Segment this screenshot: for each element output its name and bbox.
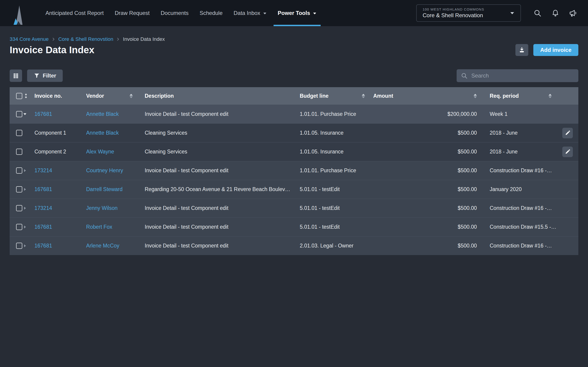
logo-icon[interactable] xyxy=(13,5,25,25)
unfold-icon[interactable] xyxy=(23,93,29,99)
nav-item-anticipated-cost-report[interactable]: Anticipated Cost Report xyxy=(40,0,109,26)
caret-right-icon[interactable] xyxy=(23,244,27,248)
row-expand-cell xyxy=(23,225,35,229)
nav-item-documents[interactable]: Documents xyxy=(155,0,194,26)
nav-item-draw-request[interactable]: Draw Request xyxy=(109,0,155,26)
filter-button[interactable]: Filter xyxy=(27,69,63,82)
nav-item-schedule[interactable]: Schedule xyxy=(194,0,228,26)
filter-button-label: Filter xyxy=(43,73,56,79)
vendor-link[interactable]: Darrell Steward xyxy=(86,186,123,192)
bell-icon[interactable] xyxy=(551,8,560,18)
invoice-no-link[interactable]: 173214 xyxy=(35,167,52,173)
caret-right-icon[interactable] xyxy=(23,206,27,210)
table-row: 167681Darrell StewardRegarding 20-50 Oce… xyxy=(10,180,578,199)
row-expand-cell xyxy=(23,112,35,116)
caret-right-icon[interactable] xyxy=(23,187,27,191)
project-selector[interactable]: 100 WEST HIGHLAND COMMONS Core & Shell R… xyxy=(416,4,521,22)
description-cell: Cleaning Services xyxy=(145,149,300,155)
row-checkbox[interactable] xyxy=(16,205,22,211)
nav-item-label: Anticipated Cost Report xyxy=(45,10,104,16)
row-checkbox[interactable] xyxy=(16,243,22,249)
table-search xyxy=(457,69,578,82)
row-checkbox[interactable] xyxy=(16,186,22,192)
nav-item-data-inbox[interactable]: Data Inbox xyxy=(228,0,272,26)
sort-icon[interactable] xyxy=(474,94,477,98)
search-icon[interactable] xyxy=(533,8,542,18)
header-budget-line[interactable]: Budget line xyxy=(300,93,373,99)
chevron-down-icon xyxy=(510,11,515,15)
req-period-value: January 2020 xyxy=(490,186,522,192)
header-description: Description xyxy=(145,93,300,99)
row-checkbox[interactable] xyxy=(16,111,22,117)
sort-icon[interactable] xyxy=(548,94,552,98)
caret-right-icon[interactable] xyxy=(23,225,27,229)
invoice-no-link[interactable]: 167681 xyxy=(35,186,52,192)
chevron-down-icon xyxy=(263,12,267,15)
title-row: Invoice Data Index Add invoice xyxy=(10,44,578,56)
invoice-no-cell: 167681 xyxy=(35,186,86,192)
add-invoice-button[interactable]: Add invoice xyxy=(533,44,578,56)
row-checkbox[interactable] xyxy=(16,149,22,155)
header-req-period[interactable]: Req. period xyxy=(480,93,556,99)
filter-icon xyxy=(34,73,40,79)
invoice-no-link[interactable]: 173214 xyxy=(35,205,52,211)
search-icon xyxy=(461,72,468,79)
columns-button[interactable] xyxy=(10,69,22,82)
select-all-checkbox[interactable] xyxy=(16,93,22,99)
req-period-cell: Construction Draw #15.5 -… xyxy=(480,224,556,230)
vendor-link[interactable]: Courtney Henry xyxy=(86,167,123,174)
vendor-link[interactable]: Annette Black xyxy=(86,130,119,136)
row-checkbox-cell xyxy=(10,111,23,117)
vendor-cell: Annette Black xyxy=(86,111,145,117)
toolbar: Filter xyxy=(10,69,578,82)
req-period-value: Week 1 xyxy=(490,111,508,117)
amount-cell: $500.00 xyxy=(373,224,480,230)
amount-cell: $500.00 xyxy=(373,186,480,192)
header-vendor[interactable]: Vendor xyxy=(86,93,145,99)
description-cell: Invoice Detail - test Component edit xyxy=(145,205,300,211)
row-checkbox[interactable] xyxy=(16,130,22,136)
sort-icon[interactable] xyxy=(130,94,133,98)
invoice-no-link[interactable]: 167681 xyxy=(35,224,52,230)
expand-all-cell xyxy=(23,93,35,99)
table-row: 167681Arlene McCoyInvoice Detail - test … xyxy=(10,236,578,255)
breadcrumb-item-core-shell-renovstion[interactable]: Core & Shell Renovstion xyxy=(58,36,113,42)
vendor-cell: Courtney Henry xyxy=(86,167,145,174)
vendor-cell: Alex Wayne xyxy=(86,149,145,155)
budget-line-cell: 5.01.01 - testEdit xyxy=(300,224,373,230)
caret-down-icon[interactable] xyxy=(23,112,27,116)
description-cell: Cleaning Services xyxy=(145,130,300,136)
row-checkbox-cell xyxy=(10,186,23,192)
edit-button[interactable] xyxy=(562,147,573,157)
pencil-icon xyxy=(565,130,571,136)
nav-item-label: Draw Request xyxy=(115,10,149,16)
vendor-link[interactable]: Annette Black xyxy=(86,111,119,117)
megaphone-icon[interactable] xyxy=(569,8,578,18)
row-checkbox-cell xyxy=(10,205,23,211)
invoice-no-cell: 173214 xyxy=(35,167,86,174)
row-expand-cell xyxy=(23,206,35,210)
invoice-no-cell: 167681 xyxy=(35,243,86,249)
row-checkbox[interactable] xyxy=(16,224,22,230)
vendor-link[interactable]: Arlene McCoy xyxy=(86,243,119,249)
req-period-cell: 2018 - June xyxy=(480,149,556,155)
row-checkbox[interactable] xyxy=(16,167,22,174)
vendor-link[interactable]: Robert Fox xyxy=(86,224,112,230)
edit-button[interactable] xyxy=(562,128,573,138)
row-expand-cell xyxy=(23,244,35,248)
caret-right-icon[interactable] xyxy=(23,169,27,173)
invoice-no-link[interactable]: 167681 xyxy=(35,111,52,117)
invoice-table: Invoice no. Vendor Description Budget li… xyxy=(10,87,578,255)
vendor-link[interactable]: Jenny Wilson xyxy=(86,205,118,211)
nav-item-power-tools[interactable]: Power Tools xyxy=(272,0,322,26)
breadcrumb-item-334-core-avenue[interactable]: 334 Core Avenue xyxy=(10,36,49,42)
top-nav: Anticipated Cost ReportDraw RequestDocum… xyxy=(0,0,588,26)
search-input[interactable] xyxy=(471,72,574,79)
vendor-link[interactable]: Alex Wayne xyxy=(86,149,114,155)
sort-icon[interactable] xyxy=(362,94,365,98)
invoice-no-link[interactable]: 167681 xyxy=(35,243,52,249)
req-period-cell: Construction Draw #16 -… xyxy=(480,205,556,211)
download-button[interactable] xyxy=(515,44,528,56)
row-checkbox-cell xyxy=(10,224,23,230)
header-amount[interactable]: Amount xyxy=(373,93,480,99)
